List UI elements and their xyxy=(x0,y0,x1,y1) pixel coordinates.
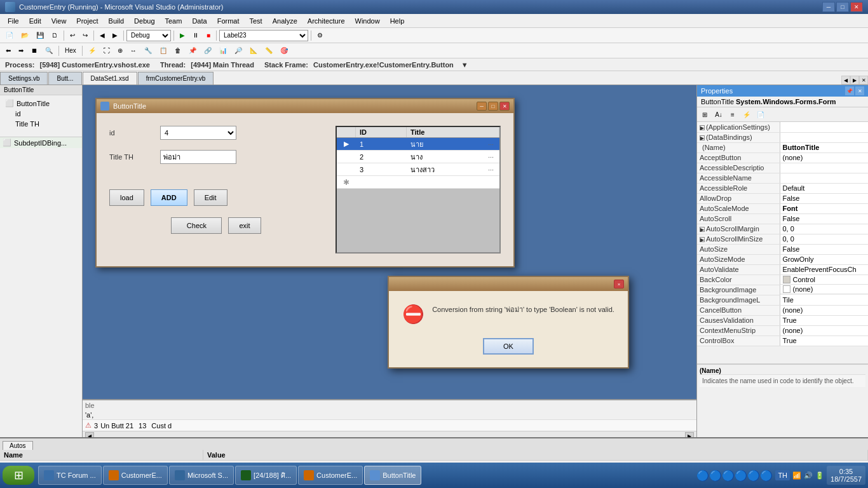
label-combo[interactable]: Label23 xyxy=(219,30,308,41)
menu-project[interactable]: Project xyxy=(71,16,103,26)
menu-window[interactable]: Window xyxy=(350,16,385,26)
tb2-btn16[interactable]: 📐 xyxy=(247,44,261,57)
tb2-btn3[interactable]: ⏹ xyxy=(28,44,41,57)
form-minimize[interactable]: ─ xyxy=(477,102,487,111)
taskbar-media[interactable]: [24/188] ศิ... xyxy=(235,466,297,485)
tb2-btn15[interactable]: 🔎 xyxy=(231,44,245,57)
expand-databindings[interactable]: ▶ xyxy=(700,135,705,140)
tb2-btn12[interactable]: 📌 xyxy=(186,44,200,57)
grid-row-1[interactable]: ▶ 1 นาย ··· xyxy=(337,138,499,151)
props-props-btn[interactable]: ≡ xyxy=(726,109,739,120)
taskbar-buttontitle[interactable]: ButtonTitle xyxy=(364,466,421,485)
toolbar-nav-fwd[interactable]: ▶ xyxy=(109,29,121,42)
autos-tab[interactable]: Autos xyxy=(3,441,33,450)
taskbar-customer-entry[interactable]: CustomerE... xyxy=(103,466,168,485)
tab-scroll-right[interactable]: ▶ xyxy=(850,76,859,85)
row3-menu[interactable]: ··· xyxy=(484,166,499,173)
menu-help[interactable]: Help xyxy=(385,16,410,26)
tb2-btn2[interactable]: ➡ xyxy=(15,44,27,57)
tb2-btn8[interactable]: ↔ xyxy=(127,44,140,57)
scroll-right-btn[interactable]: ▶ xyxy=(685,432,694,437)
tb2-btn1[interactable]: ⬅ xyxy=(3,44,14,57)
toolbar-save[interactable]: 💾 xyxy=(33,29,47,42)
debug-mode-combo[interactable]: Debug xyxy=(126,30,171,41)
props-search-btn[interactable]: 📄 xyxy=(754,109,767,120)
expand-autoscrollmargin[interactable]: ▶ xyxy=(700,227,705,232)
toolbar-open[interactable]: 📂 xyxy=(18,29,32,42)
expand-autoscrollminsize[interactable]: ▶ xyxy=(700,237,705,242)
menu-file[interactable]: File xyxy=(3,16,24,26)
tab-butt[interactable]: Butt... xyxy=(48,72,81,85)
form-maximize[interactable]: □ xyxy=(488,102,498,111)
tb2-btn5[interactable]: ⚡ xyxy=(85,44,99,57)
taskbar-clock[interactable]: 0:35 18/7/2557 xyxy=(827,466,865,485)
toolbar-saveall[interactable]: 🗋 xyxy=(48,29,61,42)
menu-test[interactable]: Test xyxy=(245,16,268,26)
menu-edit[interactable]: Edit xyxy=(24,16,46,26)
tb2-btn17[interactable]: 📏 xyxy=(262,44,276,57)
error-close-button[interactable]: × xyxy=(614,280,624,288)
scrollbar-track[interactable] xyxy=(94,432,685,437)
toolbar-nav-back[interactable]: ◀ xyxy=(97,29,108,42)
menu-build[interactable]: Build xyxy=(104,16,129,26)
form-close[interactable]: ✕ xyxy=(499,102,510,111)
toolbar-redo[interactable]: ↪ xyxy=(79,29,91,42)
menu-analyze[interactable]: Analyze xyxy=(268,16,302,26)
taskbar-ce2[interactable]: CustomerE... xyxy=(298,466,363,485)
row1-menu[interactable]: ··· xyxy=(484,140,499,148)
tree-item-id[interactable]: id xyxy=(3,109,79,119)
props-pin-button[interactable]: 📌 xyxy=(845,86,854,95)
edit-button[interactable]: Edit xyxy=(194,189,227,206)
expand-appsettings[interactable]: ▶ xyxy=(700,125,705,130)
scroll-left-btn[interactable]: ◀ xyxy=(85,432,94,437)
tb2-btn13[interactable]: 🔗 xyxy=(201,44,215,57)
exit-button[interactable]: exit xyxy=(228,217,261,234)
grid-row-2[interactable]: 2 นาง ··· xyxy=(337,151,499,163)
close-button[interactable]: ✕ xyxy=(850,2,863,12)
toolbar-settings[interactable]: ⚙ xyxy=(314,29,326,42)
props-alpha-btn[interactable]: A↓ xyxy=(712,109,725,120)
check-button[interactable]: Check xyxy=(171,217,222,234)
tb2-btn4[interactable]: 🔍 xyxy=(42,44,56,57)
menu-architecture[interactable]: Architecture xyxy=(302,16,350,26)
maximize-button[interactable]: □ xyxy=(836,2,849,12)
tree-item-buttontitle[interactable]: ⬜ ButtonTitle xyxy=(3,98,79,109)
titleth-input[interactable] xyxy=(160,150,236,164)
menu-team[interactable]: Team xyxy=(160,16,187,26)
grid-row-3[interactable]: 3 นางสาว ··· xyxy=(337,163,499,176)
toolbar-new[interactable]: 📄 xyxy=(3,29,17,42)
toolbar-start[interactable]: ▶ xyxy=(177,29,188,42)
tab-scroll-left[interactable]: ◀ xyxy=(841,76,850,85)
toolbar-pause[interactable]: ⏸ xyxy=(189,29,202,42)
tree-item-titleth[interactable]: Title TH xyxy=(3,119,79,129)
taskbar-tc-forum[interactable]: TC Forum ... xyxy=(38,466,102,485)
props-cat-btn[interactable]: ⊞ xyxy=(698,109,711,120)
props-close-button[interactable]: ✕ xyxy=(855,86,864,95)
minimize-button[interactable]: ─ xyxy=(822,2,835,12)
tb2-btn6[interactable]: ⛶ xyxy=(100,44,113,57)
tab-frm-customer-entry[interactable]: frmCustomerEntry.vb xyxy=(138,72,214,85)
menu-data[interactable]: Data xyxy=(187,16,212,26)
props-events-btn[interactable]: ⚡ xyxy=(740,109,753,120)
add-button[interactable]: ADD xyxy=(151,189,187,206)
start-button[interactable]: ⊞ xyxy=(3,466,34,485)
tb2-btn11[interactable]: 🗑 xyxy=(172,44,184,57)
toolbar-stop[interactable]: ■ xyxy=(203,29,214,42)
tb2-btn9[interactable]: 🔧 xyxy=(141,44,155,57)
tab-close[interactable]: ✕ xyxy=(859,76,868,85)
tb2-btn14[interactable]: 📊 xyxy=(216,44,230,57)
tb2-btn10[interactable]: 📋 xyxy=(156,44,170,57)
tb2-btn18[interactable]: 🎯 xyxy=(277,44,291,57)
taskbar-ms[interactable]: Microsoft S... xyxy=(169,466,234,485)
tab-settings-vb[interactable]: Settings.vb xyxy=(0,72,48,85)
row2-menu[interactable]: ··· xyxy=(484,153,499,161)
tab-dataset-xsd[interactable]: DataSet1.xsd xyxy=(83,72,137,85)
tb2-btn7[interactable]: ⊕ xyxy=(114,44,126,57)
menu-debug[interactable]: Debug xyxy=(129,16,159,26)
id-select[interactable]: 4 xyxy=(160,126,236,140)
load-button[interactable]: load xyxy=(109,189,144,206)
toolbar-undo[interactable]: ↩ xyxy=(67,29,78,42)
error-ok-button[interactable]: OK xyxy=(483,338,534,355)
menu-format[interactable]: Format xyxy=(212,16,245,26)
menu-view[interactable]: View xyxy=(46,16,72,26)
